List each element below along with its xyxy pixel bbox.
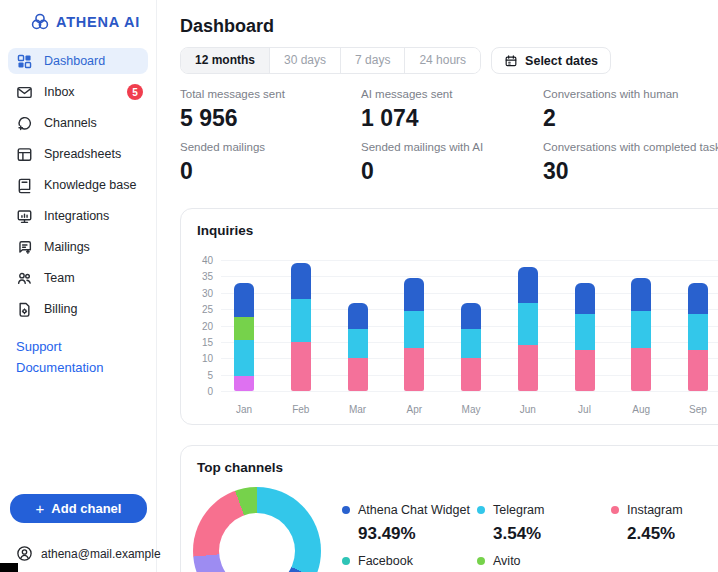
add-channel-button[interactable]: + Add chanel bbox=[10, 494, 147, 523]
bar-segment-blue bbox=[291, 263, 311, 299]
stat-label: AI messages sent bbox=[361, 88, 543, 100]
sidebar-item-integrations[interactable]: Integrations bbox=[0, 203, 156, 229]
bar-segment-pink bbox=[461, 358, 481, 391]
stat-label: Sended mailings with AI bbox=[361, 141, 543, 153]
legend-label: Instagram bbox=[627, 503, 683, 517]
x-axis-tick: Feb bbox=[279, 404, 323, 415]
sidebar-item-label: Billing bbox=[44, 302, 77, 316]
filter-30-days[interactable]: 30 days bbox=[269, 48, 340, 73]
bar-segment-pink bbox=[688, 350, 708, 391]
sidebar-item-knowledge-base[interactable]: Knowledge base bbox=[0, 172, 156, 198]
stat-sended-mailings-with-ai: Sended mailings with AI0 bbox=[361, 141, 543, 183]
sidebar-item-billing[interactable]: Billing bbox=[0, 296, 156, 322]
calendar-icon bbox=[504, 54, 518, 68]
sidebar-item-label: Channels bbox=[44, 116, 97, 130]
legend-dot bbox=[611, 506, 619, 514]
bar-segment-cyan bbox=[404, 311, 424, 349]
knowledge-icon bbox=[16, 177, 33, 194]
filter-24-hours[interactable]: 24 hours bbox=[404, 48, 480, 73]
sidebar-item-team[interactable]: Team bbox=[0, 265, 156, 291]
legend-label: Avito bbox=[493, 554, 521, 568]
stat-ai-messages-sent: AI messages sent1 074 bbox=[361, 88, 543, 130]
bar-jun bbox=[518, 267, 538, 391]
stat-label: Conversations with human bbox=[543, 88, 718, 100]
bar-segment-cyan bbox=[461, 329, 481, 358]
logo: ATHENA AI bbox=[0, 0, 156, 33]
sidebar-item-spreadsheets[interactable]: Spreadsheets bbox=[0, 141, 156, 167]
time-filter-group: 12 months30 days7 days24 hours bbox=[180, 47, 481, 74]
legend-value: 2.45% bbox=[627, 524, 683, 544]
y-axis-tick: 35 bbox=[187, 271, 213, 282]
bar-segment-blue bbox=[688, 283, 708, 314]
plus-icon: + bbox=[36, 501, 45, 516]
bar-segment-blue bbox=[404, 278, 424, 311]
inquiries-title: Inquiries bbox=[197, 223, 253, 238]
bar-segment-cyan bbox=[234, 340, 254, 376]
dashboard-icon bbox=[16, 53, 33, 70]
legend-item-instagram: Instagram2.45% bbox=[611, 503, 683, 544]
x-axis-tick: Apr bbox=[392, 404, 436, 415]
bar-jul bbox=[575, 283, 595, 391]
stat-value: 5 956 bbox=[180, 106, 361, 130]
legend-item-facebook: Facebook bbox=[342, 554, 413, 568]
select-dates-label: Select dates bbox=[525, 54, 598, 68]
bar-segment-pink bbox=[348, 358, 368, 391]
x-axis-tick: May bbox=[449, 404, 493, 415]
sidebar-item-channels[interactable]: Channels bbox=[0, 110, 156, 136]
sidebar-links: SupportDocumentation bbox=[0, 336, 156, 378]
bar-segment-cyan bbox=[575, 314, 595, 350]
x-axis-tick: Jan bbox=[222, 404, 266, 415]
bar-segment-green bbox=[234, 317, 254, 340]
bar-segment-blue bbox=[348, 303, 368, 329]
inquiries-card: Inquiries 0510152025303540JanFebMarAprMa… bbox=[180, 208, 718, 425]
stat-sended-mailings: Sended mailings0 bbox=[180, 141, 361, 183]
gridline bbox=[221, 260, 718, 261]
x-axis-tick: Jul bbox=[563, 404, 607, 415]
sidebar-item-dashboard[interactable]: Dashboard bbox=[8, 48, 148, 74]
bar-segment-pink bbox=[575, 350, 595, 391]
stat-value: 2 bbox=[543, 106, 718, 130]
sidebar-nav: DashboardInbox5ChannelsSpreadsheetsKnowl… bbox=[0, 48, 156, 322]
x-axis-tick: Aug bbox=[619, 404, 663, 415]
select-dates-button[interactable]: Select dates bbox=[491, 47, 611, 74]
add-channel-label: Add chanel bbox=[51, 501, 121, 516]
legend-label: Telegram bbox=[493, 503, 544, 517]
account-row[interactable]: athena@mail.example bbox=[16, 545, 161, 562]
sidebar-item-mailings[interactable]: Mailings bbox=[0, 234, 156, 260]
stats-grid: Total messages sent5 956AI messages sent… bbox=[180, 88, 718, 183]
main-content: Dashboard 12 months30 days7 days24 hours… bbox=[157, 0, 718, 572]
bar-apr bbox=[404, 278, 424, 391]
page-title: Dashboard bbox=[180, 16, 274, 37]
sidebar-item-label: Knowledge base bbox=[44, 178, 136, 192]
bar-segment-pink bbox=[518, 345, 538, 391]
y-axis-tick: 30 bbox=[187, 288, 213, 299]
legend-label: Athena Chat Widget bbox=[358, 503, 470, 517]
sidebar-item-label: Mailings bbox=[44, 240, 90, 254]
bar-segment-pink bbox=[404, 348, 424, 391]
bar-segment-cyan bbox=[291, 299, 311, 342]
donut-hole bbox=[219, 513, 295, 572]
legend-dot bbox=[477, 506, 485, 514]
link-support[interactable]: Support bbox=[0, 336, 156, 357]
stat-total-messages-sent: Total messages sent5 956 bbox=[180, 88, 361, 130]
stat-label: Total messages sent bbox=[180, 88, 361, 100]
stat-conversations-with-completed-task: Conversations with completed task30 bbox=[543, 141, 718, 183]
top-channels-card: Top channels Athena Chat Widget93.49%Tel… bbox=[180, 445, 718, 572]
bar-segment-blue bbox=[461, 303, 481, 329]
bar-segment-blue bbox=[575, 283, 595, 314]
bar-segment-cyan bbox=[631, 311, 651, 349]
legend-value: 3.54% bbox=[493, 524, 544, 544]
y-axis-tick: 40 bbox=[187, 255, 213, 266]
filter-7-days[interactable]: 7 days bbox=[340, 48, 404, 73]
bar-feb bbox=[291, 263, 311, 391]
x-axis-tick: Sep bbox=[676, 404, 718, 415]
link-documentation[interactable]: Documentation bbox=[0, 357, 156, 378]
spreadsheets-icon bbox=[16, 146, 33, 163]
filter-12-months[interactable]: 12 months bbox=[181, 48, 269, 73]
y-axis-tick: 10 bbox=[187, 353, 213, 364]
stat-label: Conversations with completed task bbox=[543, 141, 718, 153]
bar-segment-blue bbox=[631, 278, 651, 311]
x-axis-tick: Jun bbox=[506, 404, 550, 415]
y-axis-tick: 5 bbox=[187, 370, 213, 381]
sidebar-item-inbox[interactable]: Inbox5 bbox=[0, 79, 156, 105]
